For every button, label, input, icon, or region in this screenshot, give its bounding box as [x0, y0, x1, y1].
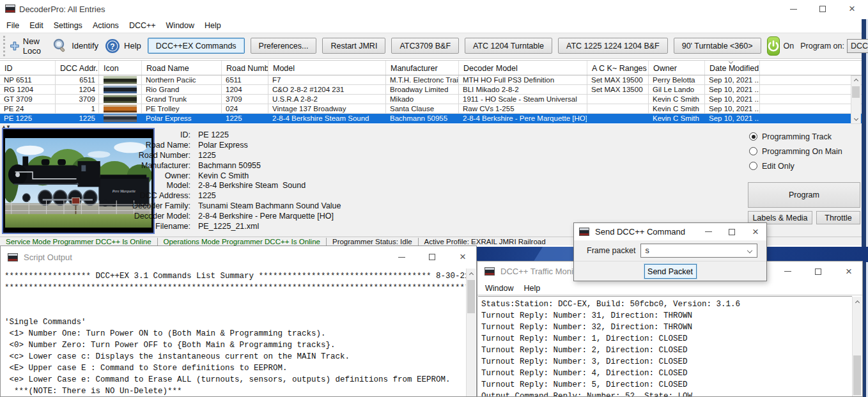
radio-programming-track[interactable]: Programming Track [749, 129, 842, 144]
script-output-text-area[interactable]: ****************** DCC++EX 3.1 Commands … [1, 269, 466, 396]
maximize-button[interactable] [421, 249, 443, 265]
toolbar-button-90-turntable-360-[interactable]: 90' Turntable <360> [674, 38, 761, 54]
toolbar-button-restart-jmri[interactable]: Restart JMRI [322, 38, 385, 54]
toolbar-drag-handle[interactable] [3, 36, 5, 56]
column-header-model[interactable]: Model [268, 61, 386, 75]
table-row[interactable]: PE 12251225Polar Express12252-8-4 Berksh… [0, 114, 862, 123]
traffic-monitor-log-area[interactable]: Status:Station: DCC-EX, Build: 50fcbc0, … [478, 296, 852, 396]
menu-edit[interactable]: Edit [24, 19, 49, 32]
status-segment: Active Profile: EXRAIL JMRI Railroad [419, 238, 552, 245]
script-output-text: ****************** DCC++EX 3.1 Commands … [1, 269, 466, 396]
monitor-menu-window[interactable]: Window [480, 282, 518, 295]
scrollbar-thumb[interactable] [467, 280, 475, 313]
close-button[interactable]: × [841, 1, 863, 17]
detail-field-value: Tsunami Steam Bachmann Sound Value [198, 201, 341, 210]
menu-actions[interactable]: Actions [88, 19, 124, 32]
throttle-button[interactable]: Throttle [816, 211, 860, 224]
power-icon [768, 40, 779, 52]
roster-table-body: NP 65116511Northern Paciic6511F7M.T.H. E… [0, 75, 862, 123]
radio-edit-only[interactable]: Edit Only [749, 159, 842, 173]
column-header-id[interactable]: ID [0, 61, 56, 75]
column-header-dcc_addr[interactable]: DCC Addr... [56, 61, 99, 75]
sort-indicator-icon [729, 61, 733, 64]
script-output-scrollbar[interactable] [466, 269, 476, 396]
send-packet-button[interactable]: Send Packet [644, 264, 697, 279]
power-button[interactable] [767, 36, 780, 56]
menu-dcc[interactable]: DCC++ [124, 19, 161, 32]
send-command-titlebar: Send DCC++ Command × [574, 223, 766, 240]
svg-text:?: ? [110, 42, 114, 51]
detail-field-label: Decoder Model: [38, 212, 198, 221]
detail-field-value: Bachmann 50955 [198, 161, 261, 170]
programming-mode-radios: Programming TrackProgramming On MainEdit… [749, 129, 842, 173]
help-button[interactable]: ? Help [105, 38, 141, 54]
traffic-monitor-menubar: WindowHelp [477, 281, 862, 295]
script-output-window: Script Output × ****************** DCC++… [0, 245, 477, 397]
table-row[interactable]: RG 12041204Rio Grand1204C&O 2-8-2 #1204 … [0, 85, 862, 95]
column-header-ack_ranges[interactable]: A C K~ Ranges [587, 61, 649, 75]
loco-thumbnail-icon [104, 105, 137, 113]
detail-field-value: 2-8-4 Berkshire Steam Sound [198, 181, 306, 190]
traffic-monitor-title: DCC++ Traffic Monitor [500, 267, 583, 276]
minimize-button[interactable] [700, 224, 717, 240]
close-button[interactable]: × [452, 249, 474, 265]
column-header-decoder_model[interactable]: Decoder Model [459, 61, 587, 75]
table-row[interactable]: NP 65116511Northern Paciic6511F7M.T.H. E… [0, 75, 862, 85]
menu-window[interactable]: Window [161, 19, 199, 32]
program-on-select[interactable]: DCC++ [847, 39, 868, 53]
roster-scrollbar[interactable] [851, 75, 861, 124]
radio-icon [749, 147, 757, 155]
detail-field-value: Kevin C Smith [198, 171, 249, 180]
toolbar-button-atc-1204-turntable[interactable]: ATC 1204 Turntable [465, 38, 552, 54]
app-icon [5, 4, 15, 13]
traffic-monitor-scrollbar[interactable] [852, 297, 862, 396]
toolbar-button-atc3709-b-f[interactable]: ATC3709 B&F [391, 38, 459, 54]
close-button[interactable]: × [747, 224, 764, 240]
menu-settings[interactable]: Settings [49, 19, 88, 32]
program-on-label: Program on: [800, 42, 844, 51]
plus-icon [10, 39, 19, 53]
table-row[interactable]: PE 241PE Trolley024Vintage 137 BroadwayS… [0, 104, 862, 114]
scroll-up-icon[interactable] [853, 298, 862, 307]
monitor-menu-help[interactable]: Help [518, 282, 545, 295]
detail-field-value: PE_1225_21.xml [198, 222, 259, 231]
column-header-icon[interactable]: Icon [99, 61, 142, 75]
app-icon [484, 267, 495, 276]
column-header-date_modified[interactable]: Date Modified [705, 61, 760, 75]
column-header-manufacturer[interactable]: Manufacturer [386, 61, 459, 75]
menu-help[interactable]: Help [199, 19, 226, 32]
scroll-down-icon[interactable] [851, 114, 860, 123]
magnifier-icon [52, 38, 68, 54]
column-header-road_number[interactable]: Road Number [222, 61, 268, 75]
menu-file[interactable]: File [1, 19, 24, 32]
column-header-owner[interactable]: Owner [649, 61, 705, 75]
minimize-button[interactable] [391, 249, 412, 265]
toolbar-button-preferences-[interactable]: Preferences... [251, 38, 317, 54]
toolbar-button-dcc-ex-commands[interactable]: DCC++EX Commands [148, 38, 245, 54]
maximize-button[interactable] [812, 1, 833, 17]
frame-packet-label: Frame packet [587, 246, 635, 255]
minimize-button[interactable] [782, 1, 804, 17]
chevron-down-icon [747, 248, 752, 253]
minimize-button[interactable] [777, 264, 798, 279]
identify-button[interactable]: Identify [52, 38, 98, 54]
radio-programming-on-main[interactable]: Programming On Main [749, 144, 842, 159]
scroll-up-icon[interactable] [851, 76, 860, 86]
close-button[interactable]: × [838, 264, 860, 279]
detail-field-value: Polar Express [198, 141, 248, 150]
detail-field-label: Filename: [38, 222, 198, 231]
frame-packet-input[interactable]: s [640, 244, 757, 258]
maximize-button[interactable] [807, 264, 829, 279]
maximize-button[interactable] [724, 224, 740, 240]
program-button[interactable]: Program [748, 182, 860, 208]
scrollbar-thumb[interactable] [853, 355, 861, 395]
app-icon [8, 253, 18, 261]
new-loco-button[interactable]: New Loco [10, 36, 46, 56]
scroll-up-icon[interactable] [467, 270, 476, 279]
main-window-title: DecoderPro: All Entries [19, 4, 105, 14]
toolbar-button-atc-1225-1224-1204-b-f[interactable]: ATC 1225 1224 1204 B&F [558, 38, 668, 54]
table-row[interactable]: GT 37093709Grand Trunk3709U.S.R.A 2-8-2M… [0, 95, 862, 104]
column-header-road_name[interactable]: Road Name [142, 61, 222, 75]
main-toolbar: New Loco Identify ? Help DCC++EX Command… [0, 33, 862, 59]
scrollbar-thumb[interactable] [852, 86, 860, 98]
